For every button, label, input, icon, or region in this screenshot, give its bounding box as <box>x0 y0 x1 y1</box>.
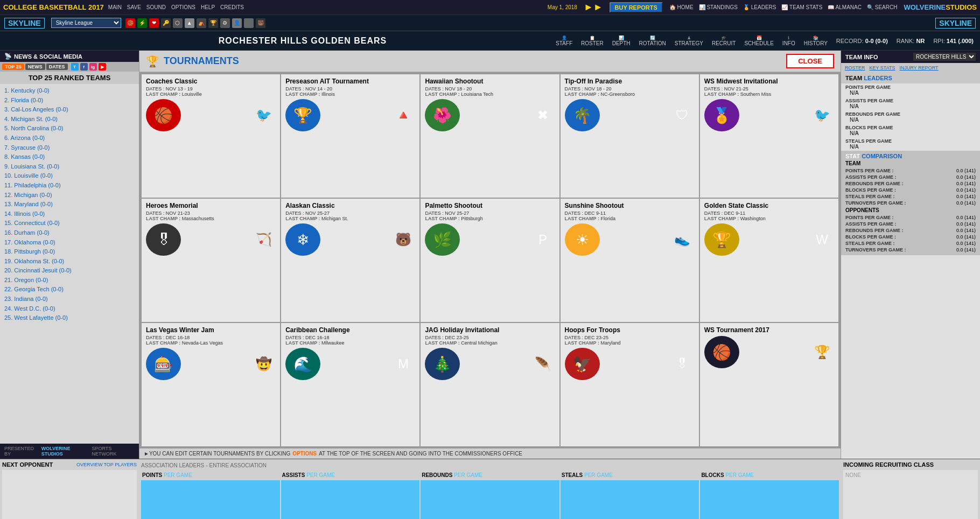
tournament-logos: 🌺 ✖ <box>425 99 555 131</box>
tournament-card[interactable]: Hoops For Troops DATES : DEC 23-25 LAST … <box>561 323 699 446</box>
tournament-card[interactable]: Alaskan Classic DATES : NOV 25-27 LAST C… <box>281 199 419 322</box>
action-staff[interactable]: 👤STAFF <box>556 36 572 46</box>
nav-credits[interactable]: CREDITS <box>220 4 244 10</box>
tournament-card[interactable]: Golden State Classic DATES : DEC 9-11 LA… <box>700 199 838 322</box>
team-list-item[interactable]: 17. Oklahoma (0-0) <box>4 238 135 248</box>
tab-keystats[interactable]: KEY STATS <box>868 65 897 71</box>
team-leaders-header: TEAM LEADERS <box>841 73 980 83</box>
team-list-item[interactable]: 18. Pittsburgh (0-0) <box>4 247 135 257</box>
action-depth[interactable]: 📊DEPTH <box>612 36 631 46</box>
team-list-item[interactable]: 15. Connecticut (0-0) <box>4 219 135 228</box>
nav-leaders[interactable]: 🏅 LEADERS <box>743 4 776 10</box>
team-list-item[interactable]: 22. Georgia Tech (0-0) <box>4 285 135 294</box>
stat-row: POINTS PER GAMEN/A <box>841 83 980 97</box>
action-info[interactable]: ℹINFO <box>782 36 795 46</box>
tab-injury[interactable]: INJURY REPORT <box>898 65 940 71</box>
ws-text: WOLVERINE STUDIOS <box>41 446 90 457</box>
team-list-item[interactable]: 1. Kentucky (0-0) <box>4 86 135 96</box>
team-list-item[interactable]: 9. Louisiana St. (0-0) <box>4 162 135 172</box>
tab-overview[interactable]: OVERVIEW <box>76 462 102 467</box>
action-rotation[interactable]: 🔄ROTATION <box>639 36 666 46</box>
dates-tab[interactable]: DATES <box>46 64 68 70</box>
tournament-logo-right: 🏆 <box>810 340 834 364</box>
close-button[interactable]: CLOSE <box>786 54 834 68</box>
news-tab[interactable]: NEWS <box>25 64 45 70</box>
tab-top-players[interactable]: TOP PLAYERS <box>103 462 137 467</box>
tournament-card[interactable]: JAG Holiday Invitational DATES : DEC 23-… <box>421 323 559 446</box>
team-list-item[interactable]: 12. Michigan (0-0) <box>4 191 135 200</box>
assoc-leaders-header: ASSOCIATION LEADERS - ENTIRE ASSOCIATION <box>141 461 839 469</box>
team-list-item[interactable]: 14. Illinois (0-0) <box>4 209 135 219</box>
tournament-logo-left: 🏀 <box>704 336 739 368</box>
nav-teamstats[interactable]: 📈 TEAM STATS <box>781 4 822 10</box>
tournament-card[interactable]: Caribbean Challenge DATES : DEC 16-18 LA… <box>281 323 419 446</box>
team-list-item[interactable]: 4. Michigan St. (0-0) <box>4 115 135 124</box>
youtube-icon[interactable]: ▶ <box>99 63 106 71</box>
team-list-item[interactable]: 10. Louisville (0-0) <box>4 171 135 181</box>
tournament-card[interactable]: Preseason AIT Tournament DATES : NOV 14 … <box>281 74 419 198</box>
top25-tab[interactable]: TOP 25 <box>2 64 24 70</box>
tournament-card[interactable]: Palmetto Shootout DATES : NOV 25-27 LAST… <box>421 199 559 322</box>
buy-reports-button[interactable]: BUY REPORTS <box>610 2 663 13</box>
tab-roster[interactable]: ROSTER <box>843 65 867 71</box>
tournament-card[interactable]: Tip-Off In Paradise DATES : NOV 18 - 20 … <box>561 74 699 198</box>
team-list-item[interactable]: 23. Indiana (0-0) <box>4 294 135 304</box>
assoc-col-body <box>281 480 420 519</box>
team-list-item[interactable]: 11. Philadelphia (0-0) <box>4 181 135 191</box>
team-list-item[interactable]: 21. Oregon (0-0) <box>4 276 135 285</box>
tournament-logo-right: 👟 <box>670 228 695 252</box>
action-recruit[interactable]: 🎓RECRUIT <box>712 36 736 46</box>
action-history[interactable]: 📚HISTORY <box>804 36 828 46</box>
tournament-card[interactable]: Hawaiian Shootout DATES : NOV 18 - 20 LA… <box>421 74 559 198</box>
team-list-item[interactable]: 13. Maryland (0-0) <box>4 200 135 209</box>
team-list-item[interactable]: 3. Cal-Los Angeles (0-0) <box>4 105 135 115</box>
league-selector[interactable]: Skyline League <box>51 18 121 28</box>
nav-search[interactable]: 🔍 SEARCH <box>867 4 897 10</box>
options-link[interactable]: OPTIONS <box>292 451 317 457</box>
team-list-item[interactable]: 7. Syracuse (0-0) <box>4 143 135 153</box>
team-info-selector[interactable]: ROCHESTER HILLS <box>913 53 976 61</box>
next-opponent-panel: NEXT OPPONENT OVERVIEW TOP PLAYERS <box>0 459 139 519</box>
team-icon-3: ❤ <box>149 18 159 28</box>
nav-save[interactable]: SAVE <box>127 4 141 10</box>
tournament-card[interactable]: Las Vegas Winter Jam DATES : DEC 16-18 L… <box>142 323 280 446</box>
tournament-name: WS Midwest Invitational <box>704 78 834 85</box>
nav-sound[interactable]: SOUND <box>146 4 166 10</box>
top-right-section: May 1, 2018 ►► BUY REPORTS 🏠 HOME 📊 STAN… <box>548 2 977 13</box>
action-strategy[interactable]: ♟STRATEGY <box>675 36 703 46</box>
assoc-leaders-subtitle: - ENTIRE ASSOCIATION <box>206 462 267 468</box>
assoc-leader-col: STEALS PER GAME <box>561 471 699 519</box>
tournament-card[interactable]: Coaches Classic DATES : NOV 13 - 19 LAST… <box>142 74 280 198</box>
nav-home[interactable]: 🏠 HOME <box>669 4 694 10</box>
tournament-card[interactable]: Sunshine Shootout DATES : DEC 9-11 LAST … <box>561 199 699 322</box>
tournament-logos: 🎖 🏹 <box>146 223 276 256</box>
action-roster[interactable]: 📋ROSTER <box>581 36 604 46</box>
tournament-champ: LAST CHAMP : Southern Miss <box>704 92 834 97</box>
team-list-item[interactable]: 5. North Carolina (0-0) <box>4 124 135 134</box>
team-list-item[interactable]: 2. Florida (0-0) <box>4 96 135 106</box>
team-list-item[interactable]: 6. Arizona (0-0) <box>4 134 135 143</box>
team-list-item[interactable]: 19. Oklahoma St. (0-0) <box>4 257 135 266</box>
team-list-item[interactable]: 25. West Lafayette (0-0) <box>4 313 135 323</box>
team-icon-1: 🏀 <box>125 18 135 28</box>
twitter-icon[interactable]: T <box>71 63 79 71</box>
nav-main[interactable]: MAIN <box>108 4 122 10</box>
nav-help[interactable]: HELP <box>201 4 215 10</box>
team-icon-12: 🐻 <box>256 18 265 28</box>
tournament-card[interactable]: WS Tournament 2017 🏀 🏆 <box>700 323 838 446</box>
team-list-item[interactable]: 16. Durham (0-0) <box>4 228 135 238</box>
team-list-item[interactable]: 20. Cincinnati Jesuit (0-0) <box>4 266 135 276</box>
bottom-section: NEXT OPPONENT OVERVIEW TOP PLAYERS ASSOC… <box>0 459 980 519</box>
tournament-card[interactable]: WS Midwest Invitational DATES : NOV 21-2… <box>700 74 838 198</box>
instagram-icon[interactable]: ig <box>89 63 97 71</box>
nav-almanac[interactable]: 📖 ALMANAC <box>828 4 862 10</box>
team-list-item[interactable]: 8. Kansas (0-0) <box>4 152 135 162</box>
action-schedule[interactable]: 📅SCHEDULE <box>744 36 773 46</box>
tournament-logos: 🌿 P <box>425 223 555 256</box>
nav-options[interactable]: OPTIONS <box>171 4 195 10</box>
team-list-item[interactable]: 24. West D.C. (0-0) <box>4 304 135 314</box>
facebook-icon[interactable]: f <box>80 63 88 71</box>
stat-row: REBOUNDS PER GAMEN/A <box>841 110 980 124</box>
nav-standings[interactable]: 📊 STANDINGS <box>699 4 738 10</box>
tournament-card[interactable]: Heroes Memorial DATES : NOV 21-23 LAST C… <box>142 199 280 322</box>
